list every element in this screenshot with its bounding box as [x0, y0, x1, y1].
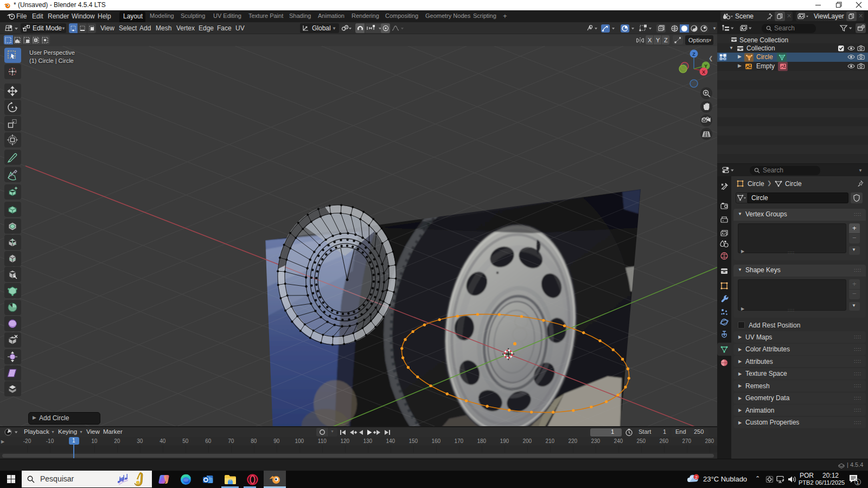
svg-text:Z: Z: [692, 52, 695, 57]
svg-text:X: X: [702, 69, 705, 75]
svg-text:1: 1: [856, 480, 859, 485]
svg-text:2: 2: [695, 475, 698, 480]
